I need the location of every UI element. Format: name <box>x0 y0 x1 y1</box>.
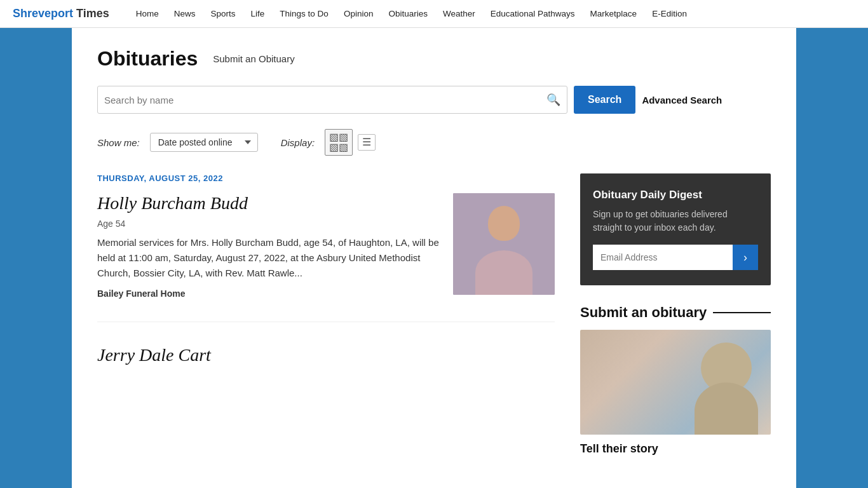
search-icon: 🔍 <box>546 93 560 106</box>
submit-obituary-title: Submit an obituary <box>580 304 771 321</box>
nav-educational-pathways[interactable]: Educational Pathways <box>483 0 583 28</box>
obituary-text: Holly Burcham Budd Age 54 Memorial servi… <box>97 193 440 299</box>
submit-obituary-link[interactable]: Submit an Obituary <box>213 53 294 64</box>
photo-face <box>453 193 555 295</box>
page-title: Obituaries <box>97 47 198 71</box>
page-header: Obituaries Submit an Obituary <box>97 47 771 71</box>
tell-story-label: Tell their story <box>580 442 771 456</box>
nav-obituaries[interactable]: Obituaries <box>381 0 435 28</box>
nav-life[interactable]: Life <box>243 0 273 28</box>
submit-obituary-section: Submit an obituary Tell their story <box>580 304 771 456</box>
obituary-text-2: Jerry Dale Cart <box>97 345 555 372</box>
search-button[interactable]: Search <box>574 86 635 114</box>
search-input[interactable] <box>104 95 546 105</box>
nav-e-edition[interactable]: E-Edition <box>644 0 695 28</box>
page-wrapper: Obituaries Submit an Obituary 🔍 Search A… <box>72 28 796 488</box>
nav-opinion[interactable]: Opinion <box>336 0 381 28</box>
obituary-photo <box>453 193 555 295</box>
submit-image-placeholder <box>580 330 771 435</box>
site-logo[interactable]: Shreveport Times <box>13 7 109 20</box>
obituary-age: Age 54 <box>97 219 440 229</box>
grid-icon: ▧▧▧▧ <box>329 132 348 152</box>
filter-row: Show me: Date posted online Date of deat… <box>97 129 771 156</box>
nav-sports[interactable]: Sports <box>203 0 243 28</box>
obituary-excerpt: Memorial services for Mrs. Holly Burcham… <box>97 235 440 281</box>
search-icon-button[interactable]: 🔍 <box>546 93 560 107</box>
date-header: THURSDAY, AUGUST 25, 2022 <box>97 173 555 183</box>
nav-bar: Shreveport Times Home News Sports Life T… <box>0 0 868 28</box>
logo-shreveport: Shreveport <box>13 7 73 20</box>
digest-box: Obituary Daily Digest Sign up to get obi… <box>580 173 771 285</box>
display-grid-button[interactable]: ▧▧▧▧ <box>325 129 353 156</box>
nav-things-to-do[interactable]: Things to Do <box>272 0 336 28</box>
search-input-wrap: 🔍 <box>97 86 567 114</box>
nav-marketplace[interactable]: Marketplace <box>583 0 645 28</box>
search-row: 🔍 Search Advanced Search <box>97 86 771 114</box>
email-submit-button[interactable]: › <box>733 245 758 270</box>
display-label: Display: <box>281 137 315 148</box>
nav-news[interactable]: News <box>166 0 203 28</box>
nav-weather[interactable]: Weather <box>435 0 483 28</box>
main-column: THURSDAY, AUGUST 25, 2022 Holly Burcham … <box>97 173 555 456</box>
obituary-funeral-home: Bailey Funeral Home <box>97 288 440 299</box>
obituary-item: Holly Burcham Budd Age 54 Memorial servi… <box>97 193 555 322</box>
obituary-name-2[interactable]: Jerry Dale Cart <box>97 345 555 365</box>
show-me-select[interactable]: Date posted online Date of death Last na… <box>150 133 258 152</box>
arrow-right-icon: › <box>743 251 747 264</box>
digest-description: Sign up to get obituaries delivered stra… <box>593 208 758 234</box>
display-list-button[interactable]: ☰ <box>358 134 376 151</box>
obituary-name[interactable]: Holly Burcham Budd <box>97 193 440 214</box>
list-icon: ☰ <box>362 137 371 147</box>
logo-times: Times <box>73 7 109 20</box>
sidebar-column: Obituary Daily Digest Sign up to get obi… <box>580 173 771 456</box>
email-input[interactable] <box>593 245 733 270</box>
content-columns: THURSDAY, AUGUST 25, 2022 Holly Burcham … <box>97 173 771 456</box>
nav-links: Home News Sports Life Things to Do Opini… <box>128 0 695 28</box>
email-input-row: › <box>593 245 758 270</box>
digest-title: Obituary Daily Digest <box>593 189 758 201</box>
advanced-search-link[interactable]: Advanced Search <box>642 95 722 105</box>
display-icons: ▧▧▧▧ ☰ <box>325 129 376 156</box>
obituary-photo-placeholder <box>453 193 555 295</box>
obituary-item-2: Jerry Dale Cart <box>97 345 555 395</box>
show-me-label: Show me: <box>97 137 140 148</box>
nav-home[interactable]: Home <box>128 0 166 28</box>
